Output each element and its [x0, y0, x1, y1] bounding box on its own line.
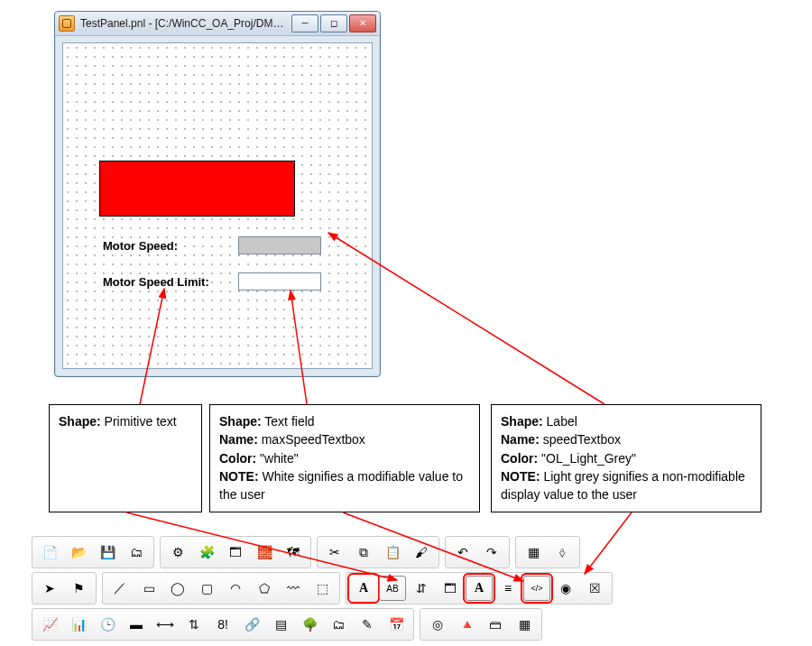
save-all-icon[interactable]: 🗂: [123, 540, 150, 565]
callout2-color-val: "white": [260, 451, 299, 466]
calendar-icon[interactable]: 📅: [383, 612, 410, 637]
callout3-shape-val: Label: [547, 414, 577, 429]
tree-view-icon[interactable]: 🌳: [296, 612, 323, 637]
snap-grid-icon[interactable]: ▦: [520, 540, 547, 565]
trend-icon[interactable]: 📈: [36, 612, 63, 637]
cone-icon[interactable]: 🔺: [453, 612, 480, 637]
toolbars: 📄📂💾🗂⚙🧩🗔🧱🗺✂⧉📋🖌↶↷▦⎀ ➤⚑／▭◯▢◠⬠〰⬚AAB⇵🗔A≡</>◉☒…: [29, 534, 778, 642]
button-icon[interactable]: ⬚: [309, 576, 336, 601]
flag-icon[interactable]: ⚑: [65, 576, 92, 601]
editor-window: TestPanel.pnl - [C:/WinCC_OA_Proj/DMC_Tu…: [54, 11, 381, 377]
callout-label: Shape: Label Name: speedTextbox Color: "…: [491, 404, 761, 512]
toolbar-row-1: 📄📂💾🗂⚙🧩🗔🧱🗺✂⧉📋🖌↶↷▦⎀: [29, 534, 583, 570]
format-painter-icon[interactable]: 🖌: [408, 540, 435, 565]
primitive-text-icon[interactable]: A: [350, 576, 377, 601]
code-label-icon[interactable]: </>: [523, 576, 550, 601]
cut-icon[interactable]: ✂: [321, 540, 348, 565]
motor-speed-label: Motor Speed:: [103, 239, 229, 253]
link-icon[interactable]: 🔗: [238, 612, 265, 637]
callout2-name-val: maxSpeedTextbox: [262, 432, 365, 447]
toolbar-row-3: 📈📊🕒▬⟷⇅8!🔗▤🌳🗂✎📅◎🔺🗃▦: [29, 606, 545, 642]
line-icon[interactable]: ／: [106, 576, 134, 601]
table-icon[interactable]: ▤: [267, 612, 294, 637]
grid-table-icon[interactable]: ▦: [511, 612, 538, 637]
ellipse-icon[interactable]: ◯: [164, 576, 191, 601]
save-icon[interactable]: 💾: [94, 540, 121, 565]
red-rectangle[interactable]: [99, 161, 295, 217]
window-buttons: ─ ◻ ✕: [291, 14, 376, 32]
spin-box-icon[interactable]: ⇅: [180, 612, 208, 637]
minimize-button[interactable]: ─: [291, 14, 318, 32]
callout2-shape-val: Text field: [264, 414, 314, 429]
tree-icon[interactable]: 🧱: [251, 540, 278, 565]
rectangle-icon[interactable]: ▭: [135, 576, 162, 601]
tab-icon[interactable]: 🗂: [325, 612, 352, 637]
combobox-icon[interactable]: ≡: [494, 576, 521, 601]
gear-icon[interactable]: ⚙: [164, 540, 191, 565]
module-icon[interactable]: 🧩: [193, 540, 220, 565]
spin-icon[interactable]: ⇵: [408, 576, 435, 601]
motor-speed-limit-label: Motor Speed Limit:: [103, 275, 229, 289]
callout2-name-key: Name:: [219, 432, 258, 447]
callout-primitive-text: Shape: Primitive text: [49, 404, 202, 512]
callout1-shape-val: Primitive text: [105, 414, 177, 429]
redo-icon[interactable]: ↷: [478, 540, 505, 565]
callout-text-field: Shape: Text field Name: maxSpeedTextbox …: [209, 404, 480, 512]
callout2-note-key: NOTE:: [219, 469, 259, 484]
close-x-icon[interactable]: ☒: [581, 576, 608, 601]
copy-icon[interactable]: ⧉: [350, 540, 377, 565]
callout3-color-key: Color:: [501, 451, 538, 466]
callout2-shape-key: Shape:: [219, 414, 262, 429]
window-title: TestPanel.pnl - [C:/WinCC_OA_Proj/DMC_Tu…: [80, 17, 291, 30]
maximize-button[interactable]: ◻: [320, 14, 347, 32]
max-speed-textbox[interactable]: [238, 272, 321, 291]
motor-speed-limit-row: Motor Speed Limit:: [103, 272, 321, 291]
callout2-color-key: Color:: [219, 451, 256, 466]
polygon-icon[interactable]: ⬠: [251, 576, 278, 601]
callout3-shape-key: Shape:: [501, 414, 543, 429]
toolbar-row-2: ➤⚑／▭◯▢◠⬠〰⬚AAB⇵🗔A≡</>◉☒: [29, 570, 615, 606]
numeric-io-icon[interactable]: 8!: [209, 612, 236, 637]
paste-icon[interactable]: 📋: [379, 540, 406, 565]
undo-icon[interactable]: ↶: [449, 540, 476, 565]
radio-dot-icon[interactable]: ◎: [424, 612, 451, 637]
arc-icon[interactable]: ◠: [222, 576, 249, 601]
panel-canvas[interactable]: Motor Speed: Motor Speed Limit:: [62, 42, 373, 369]
label-icon[interactable]: A: [466, 576, 493, 601]
progress-icon[interactable]: ▬: [123, 612, 150, 637]
pointer-icon[interactable]: ➤: [36, 576, 63, 601]
close-button[interactable]: ✕: [349, 14, 376, 32]
slider-icon[interactable]: ⟷: [152, 612, 179, 637]
text-field-icon[interactable]: AB: [379, 576, 406, 601]
rounded-rect-icon[interactable]: ▢: [193, 576, 220, 601]
hierarchy-icon[interactable]: 🗺: [280, 540, 307, 565]
callout3-color-val: "OL_Light_Grey": [541, 451, 636, 466]
freeform-icon[interactable]: 〰: [280, 576, 307, 601]
callout3-name-val: speedTextbox: [543, 432, 621, 447]
bar-chart-icon[interactable]: 📊: [65, 612, 92, 637]
clock-icon[interactable]: 🕒: [94, 612, 121, 637]
speed-textbox[interactable]: [238, 236, 321, 254]
radio-icon[interactable]: ◉: [552, 576, 579, 601]
callout3-name-key: Name:: [501, 432, 540, 447]
frame-icon[interactable]: 🗔: [437, 576, 464, 601]
layers-icon[interactable]: 🗃: [482, 612, 509, 637]
callout1-shape-key: Shape:: [59, 414, 101, 429]
anchor-icon[interactable]: ⎀: [549, 540, 576, 565]
open-folder-icon[interactable]: 📂: [65, 540, 92, 565]
new-file-icon[interactable]: 📄: [36, 540, 63, 565]
app-icon: [59, 15, 75, 32]
callout3-note-key: NOTE:: [501, 469, 540, 484]
panel-manager-icon[interactable]: 🗔: [222, 540, 249, 565]
script-editor-icon[interactable]: ✎: [354, 612, 381, 637]
window-titlebar[interactable]: TestPanel.pnl - [C:/WinCC_OA_Proj/DMC_Tu…: [55, 12, 380, 36]
motor-speed-row: Motor Speed:: [103, 236, 321, 254]
